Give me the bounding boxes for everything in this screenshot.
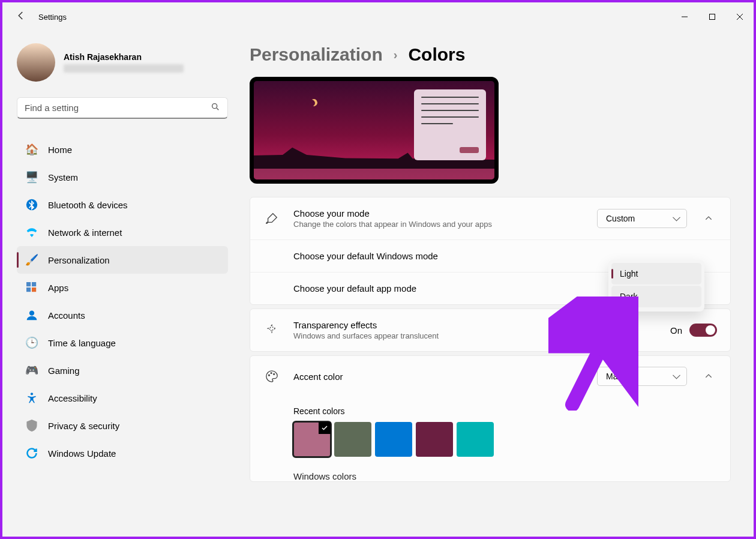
nav-list: 🏠Home 🖥️System Bluetooth & devices Netwo… xyxy=(17,136,228,467)
nav-label: Privacy & security xyxy=(48,421,119,431)
mode-header[interactable]: Choose your mode Change the colors that … xyxy=(250,197,730,240)
minimize-button[interactable] xyxy=(671,5,698,29)
nav-network[interactable]: Network & internet xyxy=(17,218,228,246)
svg-point-13 xyxy=(269,375,270,376)
transparency-card: Transparency effects Windows and surface… xyxy=(250,309,731,352)
toggle-label: On xyxy=(670,325,682,336)
close-button[interactable] xyxy=(726,5,754,29)
nav-gaming[interactable]: 🎮Gaming xyxy=(17,357,228,384)
nav-privacy[interactable]: Privacy & security xyxy=(17,412,228,439)
breadcrumb: Personalization › Colors xyxy=(250,44,731,65)
nav-bluetooth[interactable]: Bluetooth & devices xyxy=(17,191,228,218)
mode-dropdown[interactable]: Custom xyxy=(597,209,687,228)
user-profile[interactable]: Atish Rajasekharan xyxy=(17,43,228,82)
recent-colors xyxy=(293,422,730,457)
person-icon xyxy=(25,309,38,322)
svg-line-5 xyxy=(217,108,218,110)
nav-update[interactable]: Windows Update xyxy=(17,439,228,467)
nav-label: Personalization xyxy=(48,255,110,265)
nav-accounts[interactable]: Accounts xyxy=(17,301,228,329)
collapse-icon[interactable] xyxy=(700,214,717,223)
nav-label: Network & internet xyxy=(48,227,122,238)
search-box[interactable] xyxy=(17,97,228,119)
accessibility-icon xyxy=(25,391,38,405)
svg-point-15 xyxy=(274,373,275,375)
accent-card: Accent color Manual Recent colors Window… xyxy=(250,355,731,482)
search-icon xyxy=(211,102,220,114)
transparency-title: Transparency effects xyxy=(293,320,670,330)
maximize-button[interactable] xyxy=(698,5,726,29)
gamepad-icon: 🎮 xyxy=(25,364,38,377)
svg-rect-1 xyxy=(710,14,715,20)
color-swatch[interactable] xyxy=(375,422,412,457)
svg-point-14 xyxy=(271,373,272,374)
user-email xyxy=(64,64,184,73)
sidebar: Atish Rajasekharan 🏠Home 🖥️System Blueto… xyxy=(2,31,236,537)
chevron-right-icon: › xyxy=(394,48,398,62)
recent-colors-label: Recent colors xyxy=(293,406,730,416)
accent-title: Accent color xyxy=(293,372,597,382)
accent-header[interactable]: Accent color Manual xyxy=(250,356,730,397)
color-swatch[interactable] xyxy=(416,422,453,457)
nav-accessibility[interactable]: Accessibility xyxy=(17,384,228,412)
theme-preview xyxy=(250,77,499,184)
nav-label: Gaming xyxy=(48,366,80,376)
nav-label: Accessibility xyxy=(48,393,97,403)
transparency-subtitle: Windows and surfaces appear translucent xyxy=(293,331,670,340)
system-icon: 🖥️ xyxy=(25,170,38,184)
windows-colors-label: Windows colors xyxy=(293,471,730,481)
nav-home[interactable]: 🏠Home xyxy=(17,136,228,163)
clock-icon: 🕒 xyxy=(25,336,38,349)
svg-point-4 xyxy=(212,103,217,108)
window-controls xyxy=(671,5,754,29)
bluetooth-icon xyxy=(25,198,38,211)
search-input[interactable] xyxy=(25,103,211,113)
nav-label: Apps xyxy=(48,283,68,293)
window-title: Settings xyxy=(38,13,67,22)
nav-personalization[interactable]: 🖌️Personalization xyxy=(17,246,228,274)
home-icon: 🏠 xyxy=(25,143,38,156)
check-icon xyxy=(319,422,331,434)
title-bar: Settings xyxy=(2,2,754,31)
nav-label: Time & language xyxy=(48,338,116,348)
nav-label: Home xyxy=(48,145,72,155)
apps-icon xyxy=(25,281,38,294)
nav-label: Bluetooth & devices xyxy=(48,200,128,210)
sparkle-icon xyxy=(263,324,280,337)
color-swatch[interactable] xyxy=(334,422,371,457)
nav-label: Windows Update xyxy=(48,448,116,459)
shield-icon xyxy=(25,419,38,432)
user-name: Atish Rajasekharan xyxy=(64,52,184,62)
mode-menu[interactable]: Light Dark xyxy=(608,260,704,312)
nav-label: System xyxy=(48,172,78,182)
svg-point-11 xyxy=(29,311,34,316)
back-icon[interactable] xyxy=(16,10,26,23)
accent-dropdown[interactable]: Manual xyxy=(597,367,687,386)
menu-item-light[interactable]: Light xyxy=(611,263,701,285)
transparency-toggle[interactable] xyxy=(689,324,717,337)
svg-rect-10 xyxy=(32,288,36,292)
color-swatch[interactable] xyxy=(457,422,494,457)
palette-icon xyxy=(263,370,280,383)
mode-subtitle: Change the colors that appear in Windows… xyxy=(293,220,597,229)
collapse-icon[interactable] xyxy=(700,372,717,381)
breadcrumb-parent[interactable]: Personalization xyxy=(250,44,383,65)
page-title: Colors xyxy=(408,44,465,65)
app-mode-label: Choose your default app mode xyxy=(293,283,416,294)
mode-title: Choose your mode xyxy=(293,208,597,218)
update-icon xyxy=(25,447,38,460)
menu-item-dark[interactable]: Dark xyxy=(611,286,701,307)
avatar xyxy=(17,43,55,82)
nav-time[interactable]: 🕒Time & language xyxy=(17,329,228,357)
svg-rect-8 xyxy=(32,282,36,286)
brush-icon xyxy=(263,212,280,225)
svg-point-12 xyxy=(31,393,33,395)
nav-system[interactable]: 🖥️System xyxy=(17,163,228,191)
windows-mode-label: Choose your default Windows mode xyxy=(293,251,438,261)
nav-apps[interactable]: Apps xyxy=(17,274,228,301)
color-swatch[interactable] xyxy=(293,422,331,457)
nav-label: Accounts xyxy=(48,310,85,321)
wifi-icon xyxy=(25,226,38,239)
transparency-row[interactable]: Transparency effects Windows and surface… xyxy=(250,309,730,351)
svg-rect-7 xyxy=(26,282,31,286)
